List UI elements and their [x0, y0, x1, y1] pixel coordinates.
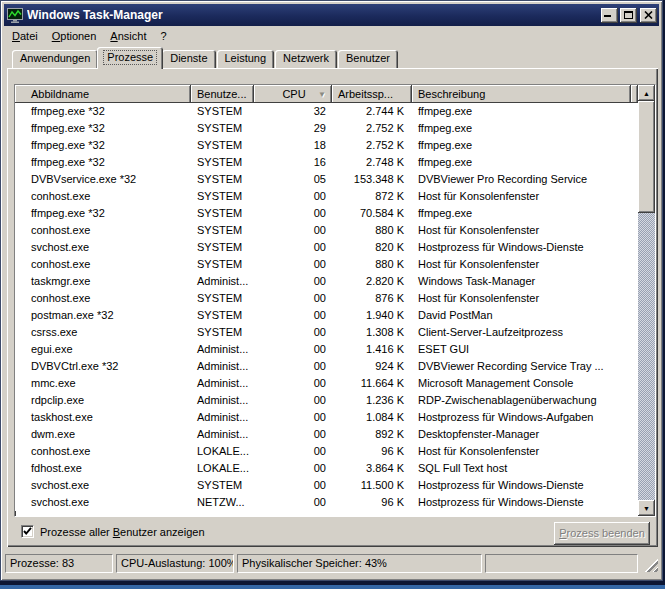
menu-datei[interactable]: Datei	[5, 27, 45, 45]
process-name: fdhost.exe	[15, 460, 191, 477]
minimize-icon	[604, 15, 611, 17]
process-cpu: 00	[254, 273, 332, 290]
task-manager-icon	[7, 7, 23, 23]
scrollbar-thumb[interactable]	[638, 101, 655, 213]
process-cpu: 00	[254, 205, 332, 222]
process-row[interactable]: ffmpeg.exe *32 SYSTEM 29 2.752 K ffmpeg.…	[15, 120, 638, 137]
process-name: svchost.exe	[15, 494, 191, 511]
process-memory: 96 K	[332, 443, 412, 460]
process-row[interactable]: csrss.exe SYSTEM 00 1.308 K Client-Serve…	[15, 324, 638, 341]
process-name: dwm.exe	[15, 426, 191, 443]
column-header-arbeitsspeicher[interactable]: Arbeitssp...	[332, 85, 412, 103]
process-cpu: 00	[254, 375, 332, 392]
process-row[interactable]: DVBVCtrl.exe *32 Administ... 00 924 K DV…	[15, 358, 638, 375]
titlebar[interactable]: Windows Task-Manager	[4, 4, 659, 26]
process-description: Client-Server-Laufzeitprozess	[412, 324, 636, 341]
vertical-scrollbar[interactable]: ▲ ▼	[638, 85, 655, 516]
column-header-benutzer[interactable]: Benutze...	[191, 85, 254, 103]
process-memory: 3.864 K	[332, 460, 412, 477]
process-row[interactable]: DVBVservice.exe *32 SYSTEM 05 153.348 K …	[15, 171, 638, 188]
close-icon	[644, 11, 653, 19]
task-manager-window: Windows Task-Manager Datei Optionen Ansi…	[0, 0, 663, 581]
process-cpu: 00	[254, 290, 332, 307]
tab-dienste[interactable]: Dienste	[162, 50, 215, 68]
process-user: SYSTEM	[191, 188, 254, 205]
show-all-users-checkbox-group[interactable]: Prozesse aller Benutzer anzeigen	[21, 525, 205, 538]
process-row[interactable]: conhost.exe LOKALE... 00 96 K Host für K…	[15, 443, 638, 460]
process-memory: 876 K	[332, 290, 412, 307]
process-row[interactable]: postman.exe *32 SYSTEM 00 1.940 K David …	[15, 307, 638, 324]
column-header-stub	[631, 85, 638, 103]
tab-prozesse[interactable]: Prozesse	[97, 47, 163, 69]
process-memory: 153.348 K	[332, 171, 412, 188]
process-row[interactable]: conhost.exe SYSTEM 00 880 K Host für Kon…	[15, 222, 638, 239]
process-cpu: 00	[254, 460, 332, 477]
process-memory: 2.752 K	[332, 120, 412, 137]
scroll-down-icon: ▼	[643, 505, 650, 512]
process-row[interactable]: svchost.exe NETZW... 00 96 K Hostprozess…	[15, 494, 638, 511]
process-cpu: 00	[254, 307, 332, 324]
scroll-up-button[interactable]: ▲	[638, 85, 655, 101]
sort-descending-icon: ▼	[318, 87, 326, 103]
process-memory: 70.584 K	[332, 205, 412, 222]
minimize-button[interactable]	[601, 8, 618, 23]
show-all-users-label: Prozesse aller Benutzer anzeigen	[40, 526, 205, 538]
tab-anwendungen[interactable]: Anwendungen	[12, 50, 98, 68]
process-row[interactable]: taskmgr.exe Administ... 00 2.820 K Windo…	[15, 273, 638, 290]
process-cpu: 00	[254, 222, 332, 239]
process-name: taskmgr.exe	[15, 273, 191, 290]
process-user: SYSTEM	[191, 205, 254, 222]
tab-leistung[interactable]: Leistung	[217, 50, 275, 68]
process-description: SQL Full Text host	[412, 460, 636, 477]
process-row[interactable]: svchost.exe SYSTEM 00 11.500 K Hostproze…	[15, 477, 638, 494]
process-memory: 1.308 K	[332, 324, 412, 341]
process-memory: 892 K	[332, 426, 412, 443]
process-description: ESET GUI	[412, 341, 636, 358]
process-user: Administ...	[191, 358, 254, 375]
menu-optionen[interactable]: Optionen	[45, 27, 104, 45]
process-user: SYSTEM	[191, 239, 254, 256]
process-row[interactable]: egui.exe Administ... 00 1.416 K ESET GUI	[15, 341, 638, 358]
process-row[interactable]: rdpclip.exe Administ... 00 1.236 K RDP-Z…	[15, 392, 638, 409]
process-cpu: 32	[254, 103, 332, 120]
menu-help[interactable]: ?	[153, 27, 173, 45]
process-row[interactable]: mmc.exe Administ... 00 11.664 K Microsof…	[15, 375, 638, 392]
process-description: David PostMan	[412, 307, 636, 324]
process-row[interactable]: fdhost.exe LOKALE... 00 3.864 K SQL Full…	[15, 460, 638, 477]
process-user: Administ...	[191, 375, 254, 392]
process-name: ffmpeg.exe *32	[15, 205, 191, 222]
menu-ansicht[interactable]: Ansicht	[103, 27, 153, 45]
process-row[interactable]: ffmpeg.exe *32 SYSTEM 32 2.744 K ffmpeg.…	[15, 103, 638, 120]
end-process-button[interactable]: Prozess beenden	[554, 522, 650, 545]
scrollbar-track[interactable]	[638, 101, 655, 500]
process-description: Host für Konsolenfenster	[412, 188, 636, 205]
column-header-abbildname[interactable]: Abbildname	[15, 85, 191, 103]
tab-netzwerk[interactable]: Netzwerk	[275, 50, 337, 68]
show-all-users-checkbox[interactable]	[21, 525, 34, 538]
maximize-icon	[624, 11, 633, 19]
process-description: Host für Konsolenfenster	[412, 256, 636, 273]
status-empty-panel	[485, 554, 638, 573]
process-row[interactable]: taskhost.exe Administ... 00 1.084 K Host…	[15, 409, 638, 426]
process-row[interactable]: dwm.exe Administ... 00 892 K Desktopfens…	[15, 426, 638, 443]
maximize-button[interactable]	[620, 8, 637, 23]
process-row[interactable]: ffmpeg.exe *32 SYSTEM 00 70.584 K ffmpeg…	[15, 205, 638, 222]
resize-grip-icon[interactable]	[643, 557, 658, 572]
status-cpu-usage: CPU-Auslastung: 100%	[116, 554, 234, 573]
scroll-down-button[interactable]: ▼	[638, 500, 655, 516]
process-name: ffmpeg.exe *32	[15, 120, 191, 137]
column-header-beschreibung[interactable]: Beschreibung	[412, 85, 631, 103]
process-row[interactable]: conhost.exe SYSTEM 00 880 K Host für Kon…	[15, 256, 638, 273]
process-row[interactable]: svchost.exe SYSTEM 00 820 K Hostprozess …	[15, 239, 638, 256]
process-description: Hostprozess für Windows-Aufgaben	[412, 409, 636, 426]
close-button[interactable]	[640, 8, 657, 23]
process-cpu: 00	[254, 443, 332, 460]
process-row[interactable]: ffmpeg.exe *32 SYSTEM 16 2.748 K ffmpeg.…	[15, 154, 638, 171]
process-row[interactable]: conhost.exe SYSTEM 00 872 K Host für Kon…	[15, 188, 638, 205]
check-icon	[22, 526, 33, 537]
process-user: SYSTEM	[191, 324, 254, 341]
process-row[interactable]: conhost.exe SYSTEM 00 876 K Host für Kon…	[15, 290, 638, 307]
tab-benutzer[interactable]: Benutzer	[338, 50, 398, 68]
process-row[interactable]: ffmpeg.exe *32 SYSTEM 18 2.752 K ffmpeg.…	[15, 137, 638, 154]
column-header-cpu[interactable]: CPU▼	[254, 85, 332, 103]
